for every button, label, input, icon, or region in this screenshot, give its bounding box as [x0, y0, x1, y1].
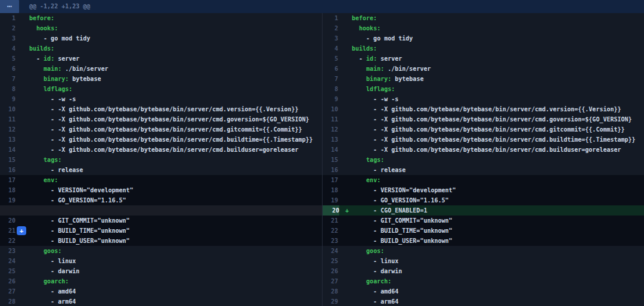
line-number: 19 — [323, 195, 338, 205]
sign-column — [338, 114, 352, 124]
line-number: 15 — [0, 155, 16, 165]
diff-row-old-25: 25 - darwin — [0, 266, 322, 276]
line-number: 10 — [0, 104, 16, 114]
code-line: - darwin — [29, 266, 322, 276]
line-number: 16 — [323, 165, 338, 175]
diff-row-old-28: 28 - arm64 — [0, 296, 322, 306]
line-number: 21 — [323, 216, 338, 226]
code-line: - GIT_COMMIT="unknown" — [29, 216, 322, 226]
expand-context-button[interactable]: ⋯ — [0, 0, 19, 13]
diff-row-new-24: 24 goos: — [323, 246, 644, 256]
diff-row-new-2: 2 hooks: — [323, 23, 644, 33]
split-diff-viewer: ⋯ @@ -1,22 +1,23 @@ 1before:2 hooks:3 - … — [0, 0, 644, 306]
diff-row-old-placeholder — [0, 205, 322, 216]
line-number: 20 — [0, 216, 16, 226]
code-line: - -X github.com/bytebase/bytebase/bin/se… — [352, 114, 644, 124]
diff-row-old-4: 4builds: — [0, 43, 322, 54]
line-number: 24 — [0, 256, 16, 266]
add-comment-button[interactable]: + — [17, 226, 26, 235]
sign-column — [338, 13, 352, 23]
code-line: - -X github.com/bytebase/bytebase/bin/se… — [29, 114, 322, 124]
code-line: - BUILD_TIME="unknown" — [352, 226, 644, 236]
sign-column — [338, 266, 352, 276]
line-number: 22 — [323, 226, 338, 236]
diff-row-old-13: 13 - -X github.com/bytebase/bytebase/bin… — [0, 135, 322, 145]
diff-row-new-19: 19 - GO_VERSION="1.16.5" — [323, 195, 644, 205]
sign-column — [338, 135, 352, 145]
line-number: 11 — [0, 114, 16, 124]
code-line: env: — [352, 175, 644, 185]
sign-column — [338, 276, 352, 286]
hunk-header-bar: ⋯ @@ -1,22 +1,23 @@ — [0, 0, 644, 13]
code-line: - -w -s — [29, 94, 322, 104]
line-number: 5 — [323, 54, 338, 64]
diff-row-new-13: 13 - -X github.com/bytebase/bytebase/bin… — [323, 135, 644, 145]
diff-row-new-21: 21 - GIT_COMMIT="unknown" — [323, 216, 644, 226]
line-number: 1 — [323, 13, 338, 23]
sign-column — [338, 33, 352, 43]
code-line: - amd64 — [29, 286, 322, 296]
code-line: - CGO_ENABLED=1 — [352, 205, 644, 216]
diff-row-new-17: 17 env: — [323, 175, 644, 185]
code-line: builds: — [29, 43, 322, 54]
added-plus-icon: + — [345, 205, 349, 216]
code-line: - GO_VERSION="1.16.5" — [29, 195, 322, 205]
code-line: before: — [29, 13, 322, 23]
diff-row-old-1: 1before: — [0, 13, 322, 23]
sign-column — [338, 43, 352, 54]
line-number: 9 — [0, 94, 16, 104]
line-number: 26 — [0, 276, 16, 286]
code-line: - amd64 — [352, 286, 644, 296]
diff-row-old-10: 10 - -X github.com/bytebase/bytebase/bin… — [0, 104, 322, 114]
line-number: 2 — [0, 23, 16, 33]
diff-row-old-8: 8 ldflags: — [0, 84, 322, 94]
code-line: goos: — [352, 246, 644, 256]
code-line: - go mod tidy — [29, 33, 322, 43]
code-line: - darwin — [352, 266, 644, 276]
diff-row-new-3: 3 - go mod tidy — [323, 33, 644, 43]
sign-column — [338, 226, 352, 236]
line-number: 9 — [323, 94, 338, 104]
sign-column — [16, 216, 29, 226]
diff-row-new-14: 14 - -X github.com/bytebase/bytebase/bin… — [323, 145, 644, 155]
code-line: binary: bytebase — [29, 74, 322, 84]
code-line: main: ./bin/server — [29, 64, 322, 74]
line-number: 10 — [323, 104, 338, 114]
line-number: 3 — [323, 33, 338, 43]
code-line: main: ./bin/server — [352, 64, 644, 74]
sign-column: + — [339, 205, 352, 216]
sign-column — [16, 13, 29, 23]
sign-column — [338, 54, 352, 64]
line-number: 17 — [0, 175, 16, 185]
code-line: ldflags: — [352, 84, 644, 94]
line-number — [0, 205, 16, 216]
sign-column — [16, 256, 29, 266]
line-number: 14 — [323, 145, 338, 155]
diff-row-old-6: 6 main: ./bin/server — [0, 64, 322, 74]
line-number: 20 — [323, 205, 339, 216]
sign-column — [16, 84, 29, 94]
code-line: tags: — [352, 155, 644, 165]
line-number: 12 — [0, 124, 16, 135]
line-number: 7 — [323, 74, 338, 84]
diff-pane-old: 1before:2 hooks:3 - go mod tidy4builds:5… — [0, 13, 322, 306]
code-line: - linux — [352, 256, 644, 266]
diff-row-old-12: 12 - -X github.com/bytebase/bytebase/bin… — [0, 124, 322, 135]
diff-row-old-19: 19 - GO_VERSION="1.16.5" — [0, 195, 322, 205]
diff-row-new-5: 5 - id: server — [323, 54, 644, 64]
diff-row-new-12: 12 - -X github.com/bytebase/bytebase/bin… — [323, 124, 644, 135]
line-number: 21 — [0, 226, 16, 236]
diff-row-new-9: 9 - -w -s — [323, 94, 644, 104]
diff-row-new-22: 22 - BUILD_TIME="unknown" — [323, 226, 644, 236]
line-number: 27 — [0, 286, 16, 296]
sign-column — [16, 155, 29, 165]
sign-column — [16, 135, 29, 145]
sign-column — [338, 23, 352, 33]
line-number: 28 — [0, 296, 16, 306]
line-number: 13 — [0, 135, 16, 145]
diff-row-old-2: 2 hooks: — [0, 23, 322, 33]
sign-column — [16, 114, 29, 124]
line-number: 29 — [323, 296, 338, 306]
diff-row-old-20: 20 - GIT_COMMIT="unknown" — [0, 216, 322, 226]
diff-row-old-11: 11 - -X github.com/bytebase/bytebase/bin… — [0, 114, 322, 124]
